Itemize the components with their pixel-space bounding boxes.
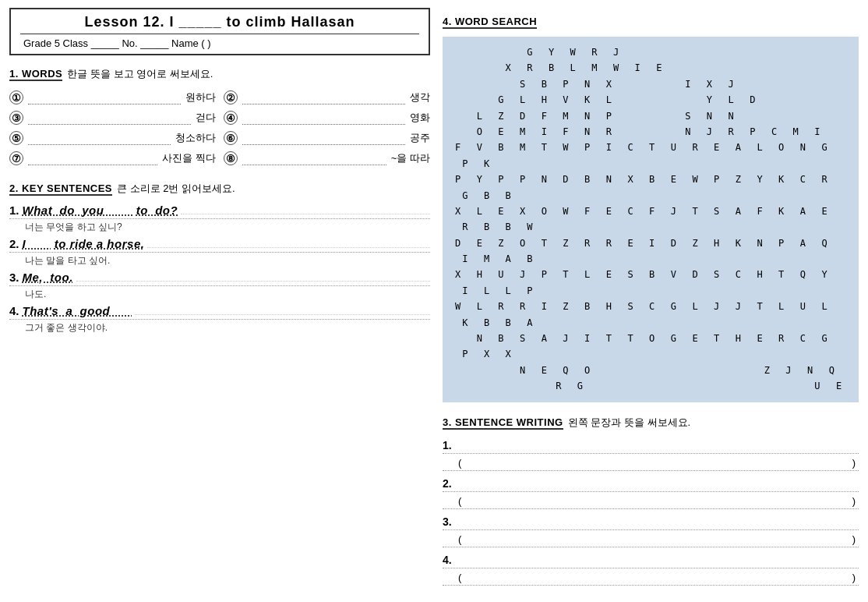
- sw-paren-left-3: (: [458, 533, 461, 545]
- sw-item-1: 1. ( ): [443, 437, 859, 471]
- sentence-line-1: 1. What do you to do?: [9, 204, 430, 219]
- sw-paren-right-1: ): [852, 457, 856, 469]
- sw-num-4: 4.: [443, 554, 452, 566]
- grade-line: Grade 5 Class _____ No. _____ Name ( ): [20, 34, 419, 49]
- sentence-text-2: I: [23, 237, 51, 250]
- ws-row-9: X L E X O W F E C F J T S A F K A E R B …: [455, 204, 846, 235]
- sentence-item-1: 1. What do you to do? 너는 무엇을 하고 싶니?: [9, 204, 430, 234]
- word-num-1: ①: [9, 90, 23, 104]
- word-line-2: [242, 90, 405, 104]
- word-line-8: [242, 151, 386, 165]
- sw-item-4: 4. ( ): [443, 552, 859, 586]
- sentence-korean-1: 너는 무엇을 하고 싶니?: [25, 221, 430, 234]
- word-meaning-4: 영화: [410, 111, 430, 125]
- ws-row-3: S B P N X I X J: [455, 76, 846, 92]
- sentence-korean-2: 나는 말을 타고 싶어.: [25, 254, 430, 267]
- title-box: Lesson 12. I _____ to climb Hallasan Gra…: [9, 8, 430, 55]
- sentence-num-1: 1.: [9, 204, 19, 217]
- sentence-text-4: That's a good: [23, 304, 132, 317]
- word-item-8: ⑧ ~을 따라: [224, 151, 430, 165]
- sw-item-2: 2. ( ): [443, 476, 859, 509]
- word-meaning-3: 걷다: [196, 111, 216, 125]
- sentence-spacer-2: [147, 247, 430, 248]
- sentence-writing-header-row: 3. SENTENCE WRITING 왼쪽 문장과 뜻을 써보세요.: [443, 409, 859, 434]
- lesson-title: Lesson 12. I _____ to climb Hallasan: [20, 14, 419, 30]
- sentence-spacer-3: [76, 281, 430, 282]
- words-desc: 한글 뜻을 보고 영어로 써보세요.: [67, 67, 213, 81]
- word-item-6: ⑥ 공주: [224, 131, 430, 145]
- sentence-writing-desc: 왼쪽 문장과 뜻을 써보세요.: [568, 416, 690, 430]
- sentence-spacer-1: [181, 214, 430, 214]
- ws-row-1: G Y W R J: [455, 44, 846, 60]
- word-search-section: 4. WORD SEARCH G Y W R J X R B L M W I E…: [443, 8, 859, 402]
- sw-item-3: 3. ( ): [443, 514, 859, 547]
- key-sentences-section: 2. KEY SENTENCES 큰 소리로 2번 읽어보세요. 1. What…: [9, 175, 430, 335]
- key-sentences-header-row: 2. KEY SENTENCES 큰 소리로 2번 읽어보세요.: [9, 175, 430, 200]
- right-column: 4. WORD SEARCH G Y W R J X R B L M W I E…: [443, 8, 859, 594]
- word-num-4: ④: [224, 111, 238, 125]
- sentence-line-3: 3. Me, too.: [9, 271, 430, 286]
- word-search-grid: G Y W R J X R B L M W I E S B P N X I X …: [443, 37, 859, 402]
- word-item-3: ③ 걷다: [9, 111, 216, 125]
- word-item-5: ⑤ 청소하다: [9, 131, 216, 145]
- word-line-4: [242, 111, 405, 125]
- sentence-line-4: 4. That's a good: [9, 304, 430, 320]
- word-num-8: ⑧: [224, 151, 238, 165]
- ws-row-15: R G U E: [455, 378, 846, 394]
- word-num-6: ⑥: [224, 131, 238, 145]
- ws-row-2: X R B L M W I E: [455, 60, 846, 76]
- ws-row-8: P Y P P N D B N X B E W P Z Y K C R G B …: [455, 172, 846, 204]
- key-sentences-header: 2. KEY SENTENCES: [9, 182, 112, 196]
- word-line-5: [28, 131, 171, 145]
- sentence-num-3: 3.: [9, 271, 19, 284]
- sw-paren-line-4: ( ): [443, 570, 859, 586]
- word-item-4: ④ 영화: [224, 111, 430, 125]
- ws-row-5: L Z D F M N P S N N: [455, 108, 846, 124]
- sw-paren-line-2: ( ): [443, 494, 859, 509]
- word-item-1: ① 원하다: [9, 90, 216, 104]
- ws-row-11: X H U J P T L E S B V D S C H T Q Y I L …: [455, 267, 846, 299]
- sw-paren-left-1: (: [458, 457, 461, 469]
- word-meaning-8: ~을 따라: [391, 151, 430, 165]
- word-line-7: [28, 151, 157, 165]
- sw-paren-right-3: ): [852, 533, 856, 545]
- sentence-item-4: 4. That's a good 그거 좋은 생각이야.: [9, 304, 430, 335]
- sentence-spacer-4: [135, 314, 430, 315]
- ws-row-12: W L R R I Z B H S C G L J J T L U L K B …: [455, 299, 846, 331]
- sentence-line-2: 2. I to ride a horse.: [9, 237, 430, 253]
- sw-line-4: 4.: [443, 552, 859, 568]
- sentence-korean-4: 그거 좋은 생각이야.: [25, 321, 430, 335]
- word-num-2: ②: [224, 90, 238, 104]
- sw-line-3: 3.: [443, 514, 859, 530]
- sentence-writing-header: 3. SENTENCE WRITING: [443, 416, 563, 430]
- word-item-2: ② 생각: [224, 90, 430, 104]
- word-line-3: [28, 111, 191, 125]
- sentence-text-3: Me, too.: [23, 271, 73, 284]
- words-header: 1. WORDS: [9, 68, 62, 81]
- page: Lesson 12. I _____ to climb Hallasan Gra…: [0, 0, 868, 602]
- word-num-7: ⑦: [9, 151, 23, 165]
- sentence-num-2: 2.: [9, 237, 19, 250]
- sw-line-1: 1.: [443, 437, 859, 454]
- sw-num-3: 3.: [443, 515, 452, 528]
- sw-paren-left-4: (: [458, 572, 461, 583]
- sentence-filler-1: to do?: [136, 204, 178, 217]
- sw-num-2: 2.: [443, 477, 452, 490]
- sentence-korean-3: 나도.: [25, 288, 430, 301]
- ws-row-10: D E Z O T Z R R E I D Z H K N P A Q I M …: [455, 235, 846, 267]
- words-grid: ① 원하다 ② 생각 ③ 걷다 ④ 영화: [9, 90, 430, 165]
- key-sentences-desc: 큰 소리로 2번 읽어보세요.: [117, 182, 235, 196]
- word-num-5: ⑤: [9, 131, 23, 145]
- sw-paren-right-4: ): [852, 572, 856, 583]
- word-meaning-7: 사진을 찍다: [162, 151, 216, 165]
- word-meaning-5: 청소하다: [175, 131, 216, 145]
- word-meaning-2: 생각: [410, 90, 430, 104]
- word-search-header-row: 4. WORD SEARCH: [443, 8, 859, 34]
- sw-paren-right-2: ): [852, 495, 856, 507]
- word-meaning-1: 원하다: [185, 90, 216, 104]
- sentence-writing-section: 3. SENTENCE WRITING 왼쪽 문장과 뜻을 써보세요. 1. (…: [443, 409, 859, 586]
- sw-line-2: 2.: [443, 476, 859, 492]
- sw-paren-line-1: ( ): [443, 455, 859, 471]
- sw-paren-left-2: (: [458, 495, 461, 507]
- word-search-header: 4. WORD SEARCH: [443, 16, 537, 29]
